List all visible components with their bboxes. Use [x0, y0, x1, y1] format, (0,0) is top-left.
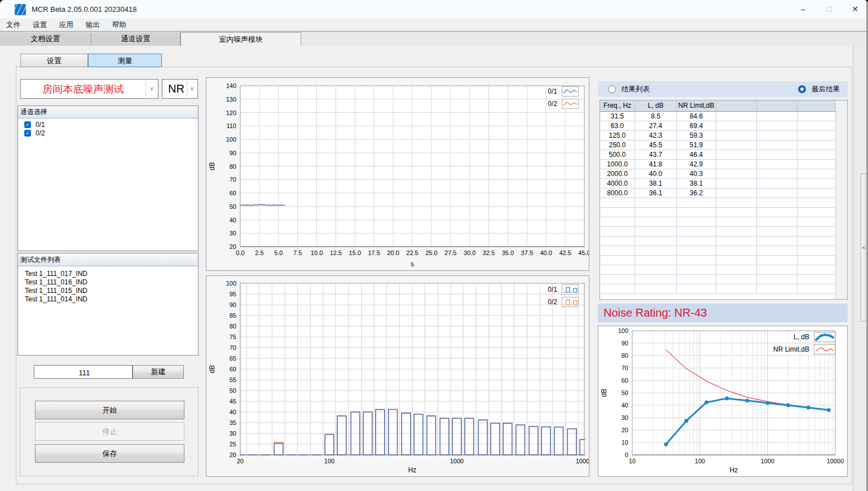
new-button[interactable]: 新建 [133, 365, 184, 379]
table-header-cell [797, 100, 836, 111]
svg-text:1000: 1000 [761, 458, 774, 464]
table-cell [677, 265, 716, 275]
svg-text:40: 40 [622, 402, 628, 409]
tab-indoor-noise-module[interactable]: 室内噪声模块 [180, 32, 301, 46]
nr-chart: 010203040506070809010010100100010000HzdB… [598, 326, 848, 477]
radio-last-result-label[interactable]: 最后结果 [812, 81, 840, 97]
menu-output[interactable]: 输出 [80, 20, 106, 30]
checkbox-checked-icon[interactable]: ✓ [24, 130, 31, 137]
table-row[interactable] [600, 275, 847, 284]
channel-item[interactable]: ✓0/2 [18, 129, 198, 137]
svg-text:0.0: 0.0 [236, 249, 244, 256]
table-row[interactable]: 63.027.469.4 [600, 121, 847, 131]
subtab-measure[interactable]: 测量 [88, 54, 162, 67]
table-cell: 69.4 [677, 121, 716, 131]
table-cell: 45.5 [635, 141, 677, 150]
table-cell: 51.9 [677, 141, 716, 150]
svg-text:20: 20 [230, 243, 236, 250]
checkbox-checked-icon[interactable]: ✓ [24, 121, 31, 128]
table-row[interactable] [600, 227, 847, 236]
table-row[interactable]: 250.045.551.9 [600, 141, 847, 150]
menu-file[interactable]: 文件 [0, 20, 27, 30]
start-button[interactable]: 开始 [35, 401, 184, 419]
table-row[interactable]: 31.58.584.6 [600, 112, 847, 121]
radio-result-list[interactable] [608, 85, 616, 93]
subtab-settings[interactable]: 设置 [20, 54, 88, 67]
noise-rating-text: Noise Rating: NR-43 [603, 304, 707, 322]
table-row[interactable]: 125.042.359.3 [600, 131, 847, 141]
table-row[interactable]: 1000.041.842.9 [600, 160, 847, 169]
table-cell [716, 112, 757, 121]
radio-last-result[interactable] [798, 85, 806, 93]
table-cell: 40.3 [677, 169, 716, 179]
table-cell: 125.0 [600, 131, 635, 141]
table-row[interactable] [600, 256, 847, 265]
result-mode-band: 结果列表 最后结果 [598, 81, 848, 97]
test-type-combobox[interactable]: 房间本底噪声测试 ˅ [20, 79, 158, 99]
time-history-chart: 20304050607080901001101201301400.02.55.0… [206, 77, 589, 271]
table-row[interactable]: 4000.038.138.1 [600, 179, 847, 188]
table-row[interactable] [600, 236, 847, 246]
file-name-input[interactable] [34, 366, 134, 379]
time-legend-row-1: 0/1 [517, 86, 579, 97]
svg-text:80: 80 [230, 163, 236, 170]
close-button[interactable]: ✕ [842, 0, 868, 19]
table-cell [716, 217, 757, 227]
table-cell [635, 198, 677, 208]
svg-text:80: 80 [230, 323, 236, 330]
table-cell [757, 236, 797, 246]
rating-type-combobox[interactable]: NR ˅ [162, 79, 198, 99]
table-cell: 59.3 [677, 131, 716, 141]
svg-text:35: 35 [230, 419, 236, 426]
svg-text:95: 95 [230, 291, 236, 297]
legend-label-limit: NR Limit,dB [769, 345, 809, 353]
table-cell [797, 150, 836, 160]
svg-text:50: 50 [230, 387, 236, 394]
file-list: Test 1_111_017_INDTest 1_111_016_INDTest… [18, 266, 198, 304]
table-row[interactable]: 8000.036.136.2 [600, 188, 847, 198]
table-cell [600, 265, 635, 275]
menu-bar: 文件 设置 应用 输出 帮助 [0, 19, 868, 31]
chevron-down-icon[interactable]: ˅ [146, 80, 157, 98]
table-row[interactable] [600, 217, 847, 227]
minimize-button[interactable]: – [790, 0, 816, 19]
svg-text:40: 40 [230, 217, 236, 223]
table-row[interactable] [600, 208, 847, 217]
channel-item[interactable]: ✓0/1 [18, 120, 198, 129]
file-list-item[interactable]: Test 1_111_014_IND [18, 295, 198, 304]
table-cell [797, 179, 836, 188]
maximize-button[interactable]: □ [816, 0, 842, 19]
stop-button[interactable]: 停止 [35, 422, 184, 441]
svg-text:50: 50 [622, 389, 628, 396]
svg-text:27.5: 27.5 [444, 249, 456, 256]
svg-text:45.0: 45.0 [578, 249, 589, 256]
table-row[interactable] [600, 265, 847, 275]
svg-text:55: 55 [230, 376, 236, 383]
table-row[interactable] [600, 284, 847, 294]
file-list-item[interactable]: Test 1_111_015_IND [18, 287, 198, 295]
chevron-down-icon[interactable]: ˅ [187, 80, 197, 98]
table-row[interactable]: 2000.040.040.3 [600, 169, 847, 179]
table-cell [677, 236, 716, 246]
svg-text:100: 100 [324, 458, 334, 464]
radio-result-list-label[interactable]: 结果列表 [622, 81, 650, 97]
tab-channel-settings[interactable]: 通道设置 [91, 32, 180, 46]
table-cell [677, 227, 716, 236]
table-scrollbar[interactable] [835, 100, 847, 299]
menu-apply[interactable]: 应用 [53, 20, 80, 30]
menu-settings[interactable]: 设置 [27, 20, 53, 30]
table-cell [797, 208, 836, 217]
spectrum-legend-row-1: 0/1 [517, 284, 579, 295]
file-name-field[interactable] [34, 365, 133, 379]
file-list-item[interactable]: Test 1_111_016_IND [18, 278, 198, 287]
file-list-item[interactable]: Test 1_111_017_IND [18, 270, 198, 278]
save-button[interactable]: 保存 [35, 444, 184, 463]
table-row[interactable] [600, 198, 847, 208]
menu-help[interactable]: 帮助 [106, 20, 133, 30]
table-row[interactable]: 500.043.746.4 [600, 150, 847, 160]
svg-text:42.5: 42.5 [559, 249, 571, 256]
tab-document-settings[interactable]: 文档设置 [0, 32, 91, 46]
svg-text:7.5: 7.5 [293, 249, 302, 256]
table-row[interactable] [600, 246, 847, 256]
table-header-cell [757, 100, 797, 111]
